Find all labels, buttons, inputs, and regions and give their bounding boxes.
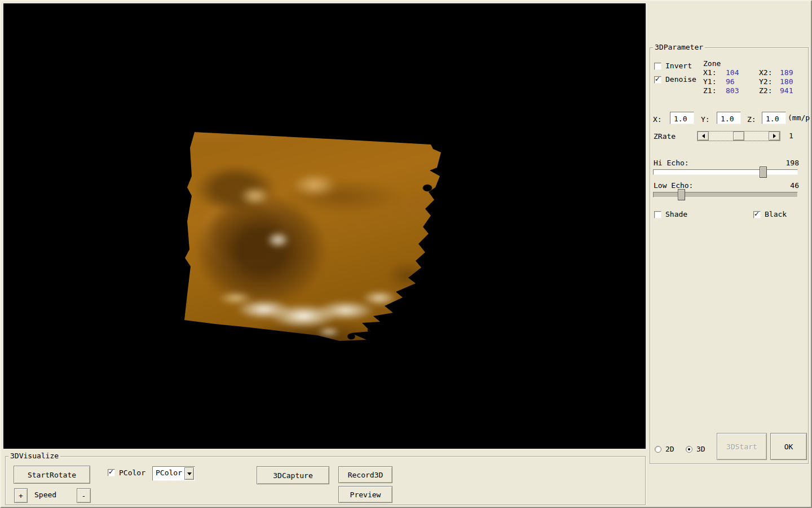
mode-2d-radio[interactable] [655,446,661,453]
zrate-value: 1 [789,132,793,140]
scale-x-input[interactable] [670,112,694,124]
denoise-checkbox[interactable] [654,76,661,84]
zone-x1-value: 104 [726,68,739,77]
hi-echo-track[interactable] [653,169,798,175]
scale-z-input[interactable] [762,112,786,124]
zone-y2-label: Y2: [759,77,772,86]
low-echo-value: 46 [790,181,799,190]
zrate-left-arrow-icon[interactable] [698,132,709,141]
ok-button[interactable]: OK [770,433,807,460]
pcolor-combobox-value: PColor [156,468,182,477]
invert-checkbox[interactable] [654,63,661,70]
pcolor-combobox[interactable]: PColor [152,466,195,481]
ultrasound-edge-holes [182,129,444,343]
low-echo-thumb[interactable] [678,189,685,200]
zone-x1-label: X1: [703,68,716,77]
speed-plus-button[interactable]: + [14,488,28,503]
zone-z1-label: Z1: [703,86,716,95]
scale-unit-label: (mm/p) [788,113,812,122]
pcolor-label: PColor [119,468,145,477]
record3d-button[interactable]: Record3D [338,466,392,483]
zrate-thumb[interactable] [733,132,744,141]
scale-x-label: X: [653,115,662,124]
black-label: Black [765,210,787,218]
hi-echo-thumb[interactable] [760,167,767,178]
zone-y1-label: Y1: [703,77,716,86]
zrate-right-arrow-icon[interactable] [769,132,780,141]
low-echo-label: Low Echo: [654,181,693,190]
preview-button[interactable]: Preview [338,486,392,503]
low-echo-slider[interactable] [653,189,798,200]
app-window: 3DParameter Invert Denoise Zone X1: 104 … [0,0,812,508]
zone-x2-value: 189 [780,68,793,77]
mode-3d-radio[interactable] [686,446,692,453]
invert-label: Invert [665,62,692,70]
3dstart-button[interactable]: 3DStart [717,433,767,460]
zone-title: Zone [703,59,721,68]
zone-y2-value: 180 [780,77,793,86]
shade-label: Shade [665,210,687,218]
zone-z1-value: 803 [726,86,739,95]
mode-3d-label: 3D [696,445,705,453]
shade-checkbox[interactable] [654,211,661,218]
visualize-groupbox-title: 3DVisualize [8,452,60,460]
hi-echo-value: 198 [786,159,799,167]
zone-y1-value: 96 [726,77,735,86]
scale-y-label: Y: [701,115,710,124]
parameter-groupbox-title: 3DParameter [653,43,705,51]
speed-label: Speed [34,491,56,499]
pcolor-dropdown-arrow-icon[interactable] [184,467,194,480]
3dcapture-button[interactable]: 3DCapture [257,466,329,484]
hi-echo-label: Hi Echo: [654,159,689,167]
scale-y-input[interactable] [717,112,741,124]
mode-2d-label: 2D [665,445,674,453]
pcolor-checkbox[interactable] [108,469,115,476]
zrate-label: ZRate [654,132,676,141]
visualize-groupbox: 3DVisualize StartRotate + Speed - PColor… [5,456,646,505]
render-viewport[interactable] [3,3,646,449]
denoise-label: Denoise [665,75,696,84]
start-rotate-button[interactable]: StartRotate [14,466,90,484]
low-echo-track[interactable] [653,192,798,198]
speed-minus-button[interactable]: - [77,488,91,503]
zone-z2-label: Z2: [759,86,772,95]
parameter-groupbox: 3DParameter Invert Denoise Zone X1: 104 … [650,47,809,464]
zone-z2-value: 941 [780,86,793,95]
ultrasound-volume-render [182,129,444,343]
hi-echo-slider[interactable] [653,167,798,178]
scale-z-label: Z: [747,115,756,124]
zone-x2-label: X2: [759,68,772,77]
black-checkbox[interactable] [753,211,761,218]
zrate-scrollbar[interactable] [697,131,780,141]
